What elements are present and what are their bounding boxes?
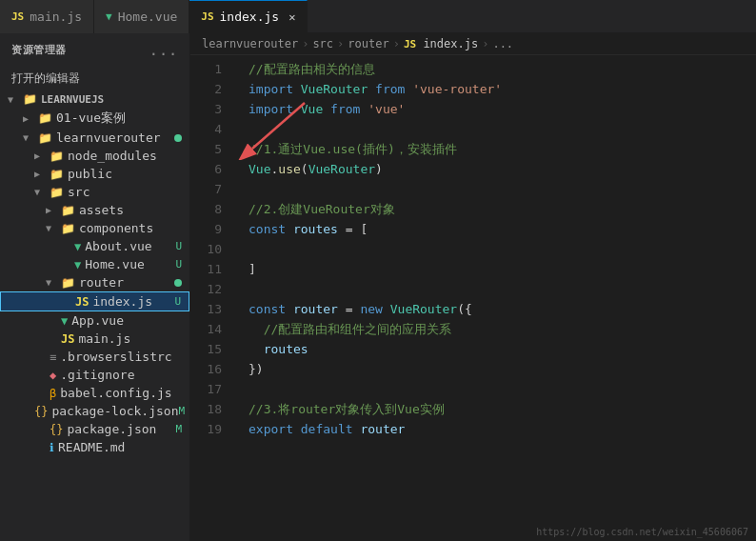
sidebar-item-home-vue[interactable]: ▼ Home.vue U [0,255,189,273]
js-icon: JS [61,332,74,346]
sidebar-item-node-modules[interactable]: ▶ 📁 node_modules [0,147,189,165]
sidebar: 资源管理器 ... 打开的编辑器 ▼ 📁 LEARNVUEJS ▶ 📁 01-v… [0,33,190,541]
sidebar-item-gitignore[interactable]: ◆ .gitignore [0,366,189,384]
code-content[interactable]: //配置路由相关的信息 import VueRouter from 'vue-r… [233,55,756,541]
json-icon: {} [50,423,63,436]
tab-label: Home.vue [118,10,178,24]
tab-label: index.js [220,10,280,24]
modified-badge: M [175,423,182,435]
sidebar-item-public[interactable]: ▶ 📁 public [0,165,189,183]
folder-icon: 📁 [38,111,52,125]
editor-area: learnvuerouter › src › router › JS index… [190,33,756,541]
code-line: //2.创建VueRouter对象 [249,199,756,219]
watermark: https://blog.csdn.net/weixin_45606067 [536,527,748,537]
vue-icon: ▼ [74,258,81,271]
code-line: //1.通过Vue.use(插件)，安装插件 [249,139,756,159]
modified-dot [174,134,182,142]
item-label: babel.config.js [60,386,189,400]
sidebar-item-browserslistrc[interactable]: ≡ .browserslistrc [0,348,189,366]
modified-badge: M [179,405,186,417]
folder-icon: 📁 [50,168,64,181]
code-line: //配置路由和组件之间的应用关系 [249,319,756,339]
main-layout: 资源管理器 ... 打开的编辑器 ▼ 📁 LEARNVUEJS ▶ 📁 01-v… [0,33,756,541]
item-label: .browserslistrc [60,350,189,364]
sidebar-item-01-vue[interactable]: ▶ 📁 01-vue案例 [0,108,189,129]
item-label: index.js [92,294,174,309]
arrow-icon: ▼ [46,277,61,288]
vue-icon: ▼ [106,10,112,23]
info-icon: ℹ [50,441,54,454]
modified-dot [174,279,182,287]
bc-separator: › [482,37,488,50]
sidebar-item-assets[interactable]: ▶ 📁 assets [0,201,189,219]
bc-part: learnvuerouter [202,37,298,50]
tab-bar: JS main.js ▼ Home.vue JS index.js ✕ [0,0,756,33]
code-editor[interactable]: 12345 678910 1112131415 16171819 //配置路由相… [190,55,756,541]
sidebar-item-learnvuerouter[interactable]: ▼ 📁 learnvuerouter [0,129,189,147]
arrow-icon: ▼ [8,94,23,105]
code-line: Vue.use(VueRouter) [249,159,756,179]
vue-icon: ▼ [74,240,81,253]
folder-icon: 📁 [50,186,64,199]
code-line: const routes = [ [249,219,756,239]
item-label: router [79,275,174,290]
tab-home-vue[interactable]: ▼ Home.vue [94,0,189,33]
bc-file: JS index.js [404,37,478,50]
close-tab-button[interactable]: ✕ [288,10,295,24]
sidebar-menu-button[interactable]: ... [149,41,178,59]
sidebar-item-babel[interactable]: β babel.config.js [0,384,189,402]
item-label: public [68,167,189,181]
code-line: import Vue from 'vue' [249,99,756,119]
sidebar-item-about-vue[interactable]: ▼ About.vue U [0,237,189,255]
tab-label: main.js [30,10,82,24]
sidebar-item-index-js[interactable]: JS index.js U [0,291,189,311]
item-label: .gitignore [60,368,189,382]
code-line: }) [249,359,756,379]
sidebar-item-main-js[interactable]: JS main.js [0,330,189,348]
bc-separator: › [302,37,308,50]
code-line: //配置路由相关的信息 [249,59,756,79]
js-icon: JS [11,10,24,23]
folder-icon: 📁 [61,222,75,235]
arrow-icon: ▶ [34,169,50,179]
sidebar-item-readme[interactable]: ℹ README.md [0,438,189,456]
line-numbers: 12345 678910 1112131415 16171819 [190,55,233,541]
item-label: assets [79,203,189,217]
tab-main-js[interactable]: JS main.js [0,0,94,33]
bc-part: router [348,37,388,50]
code-line: const router = new VueRouter({ [249,299,756,319]
sidebar-item-src[interactable]: ▼ 📁 src [0,183,189,201]
sidebar-item-router[interactable]: ▼ 📁 router [0,273,189,291]
bc-part: ... [492,37,513,50]
root-label: LEARNVUEJS [41,93,189,106]
sidebar-title-text: 资源管理器 [11,43,67,57]
arrow-icon: ▼ [34,187,50,197]
arrow-icon: ▼ [23,132,38,143]
js-icon: JS [75,295,89,309]
item-label: App.vue [71,313,189,328]
modified-badge: U [175,258,182,270]
tree-root[interactable]: ▼ 📁 LEARNVUEJS [0,90,189,108]
folder-icon: 📁 [50,150,64,163]
code-line [249,239,756,259]
tab-index-js[interactable]: JS index.js ✕ [189,0,308,33]
code-line [249,379,756,399]
sidebar-item-components[interactable]: ▼ 📁 components [0,219,189,237]
item-label: src [68,185,189,199]
item-label: learnvuerouter [56,130,174,145]
folder-icon: 📁 [61,276,75,290]
arrow-icon: ▶ [34,150,50,161]
babel-icon: β [50,387,56,400]
open-editors-label: 打开的编辑器 [0,67,189,90]
code-line: export default router [249,419,756,439]
item-label: package-lock.json [51,404,178,418]
sidebar-item-package-lock[interactable]: {} package-lock.json M [0,402,189,420]
sidebar-item-package-json[interactable]: {} package.json M [0,420,189,438]
root-icon: 📁 [23,92,37,106]
code-line: //3.将router对象传入到Vue实例 [249,399,756,419]
sidebar-item-app-vue[interactable]: ▼ App.vue [0,311,189,330]
js-icon: JS [201,10,213,23]
browser-icon: ≡ [50,351,56,364]
folder-icon: 📁 [38,131,52,145]
item-label: 01-vue案例 [56,110,189,127]
